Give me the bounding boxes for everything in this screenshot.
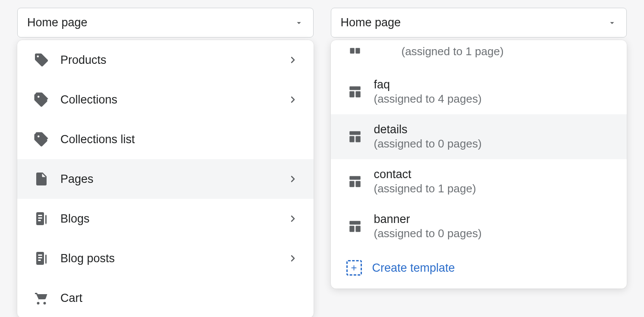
template-meta: (assigned to 4 pages)	[374, 92, 482, 106]
create-template-button[interactable]: + Create template	[331, 249, 627, 289]
blog-icon	[33, 250, 50, 267]
menu-item-collections[interactable]: Collections	[17, 80, 314, 119]
price-tag-icon	[33, 51, 50, 69]
caret-down-icon	[294, 18, 304, 28]
price-tags-icon	[33, 131, 50, 148]
template-meta: (assigned to 0 pages)	[374, 227, 482, 240]
template-icon	[346, 83, 364, 100]
blog-icon	[33, 210, 50, 227]
template-icon	[346, 173, 364, 190]
page-icon	[33, 170, 50, 188]
template-meta: (assigned to 1 page)	[402, 45, 504, 58]
template-item-partial[interactable]: (assigned to 1 page)	[331, 40, 627, 69]
chevron-right-icon	[288, 94, 298, 105]
template-item-details[interactable]: details(assigned to 0 pages)	[331, 114, 627, 159]
template-icon	[346, 218, 364, 235]
menu-item-label: Products	[60, 53, 107, 67]
template-meta: (assigned to 1 page)	[374, 182, 476, 195]
chevron-right-icon	[288, 55, 298, 65]
menu-item-label: Collections	[60, 93, 117, 107]
select-label: Home page	[27, 16, 88, 29]
template-item-faq[interactable]: faq(assigned to 4 pages)	[331, 69, 627, 114]
menu-item-label: Pages	[60, 173, 94, 186]
template-item-banner[interactable]: banner(assigned to 0 pages)	[331, 204, 627, 249]
menu-item-pages[interactable]: Pages	[17, 159, 314, 199]
chevron-right-icon	[288, 213, 298, 224]
templates-dropdown: (assigned to 1 page) faq(assigned to 4 p…	[331, 40, 627, 289]
menu-item-products[interactable]: Products	[17, 40, 314, 80]
right-column: Home page (assigned to 1 page) faq(assig…	[331, 8, 627, 317]
menu-item-cart[interactable]: Cart	[17, 278, 314, 317]
menu-item-blog-posts[interactable]: Blog posts	[17, 239, 314, 278]
create-template-label: Create template	[372, 261, 455, 275]
plus-dashed-icon: +	[346, 260, 362, 276]
menu-item-blogs[interactable]: Blogs	[17, 199, 314, 239]
template-select-right[interactable]: Home page	[331, 8, 627, 38]
menu-item-label: Cart	[60, 292, 82, 305]
template-icon	[346, 128, 364, 145]
template-icon	[346, 43, 364, 60]
cart-icon	[33, 289, 50, 307]
menu-item-label: Blogs	[60, 212, 90, 226]
menu-item-collections-list[interactable]: Collections list	[17, 119, 314, 159]
chevron-right-icon	[288, 174, 298, 184]
template-meta: (assigned to 0 pages)	[374, 137, 482, 151]
template-name: faq	[374, 78, 482, 91]
select-label: Home page	[341, 16, 401, 29]
left-column: Home page ProductsCollectionsCollections…	[17, 8, 314, 317]
template-name: banner	[374, 213, 482, 226]
template-name: details	[374, 123, 482, 136]
template-item-contact[interactable]: contact(assigned to 1 page)	[331, 159, 627, 204]
caret-down-icon	[607, 18, 617, 28]
menu-item-label: Blog posts	[60, 252, 115, 265]
price-tags-icon	[33, 91, 50, 108]
menu-item-label: Collections list	[60, 133, 135, 146]
resource-type-dropdown: ProductsCollectionsCollections listPages…	[17, 40, 314, 317]
chevron-right-icon	[288, 253, 298, 264]
template-select-left[interactable]: Home page	[17, 8, 314, 38]
template-name: contact	[374, 168, 476, 181]
